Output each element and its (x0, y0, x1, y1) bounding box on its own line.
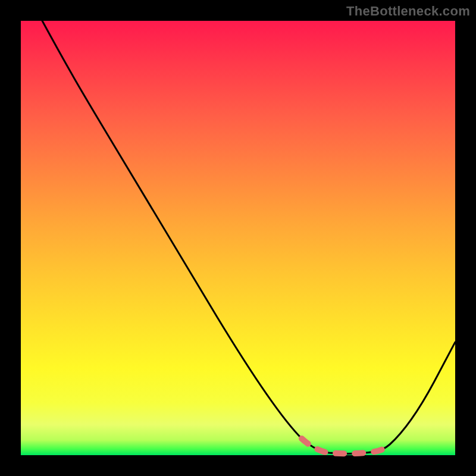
plot-area (21, 21, 455, 455)
chart-frame: TheBottleneck.com (0, 0, 476, 476)
chart-svg (21, 21, 455, 455)
bottleneck-curve (42, 21, 455, 453)
watermark-text: TheBottleneck.com (346, 4, 470, 19)
optimal-range-marker (302, 439, 390, 453)
